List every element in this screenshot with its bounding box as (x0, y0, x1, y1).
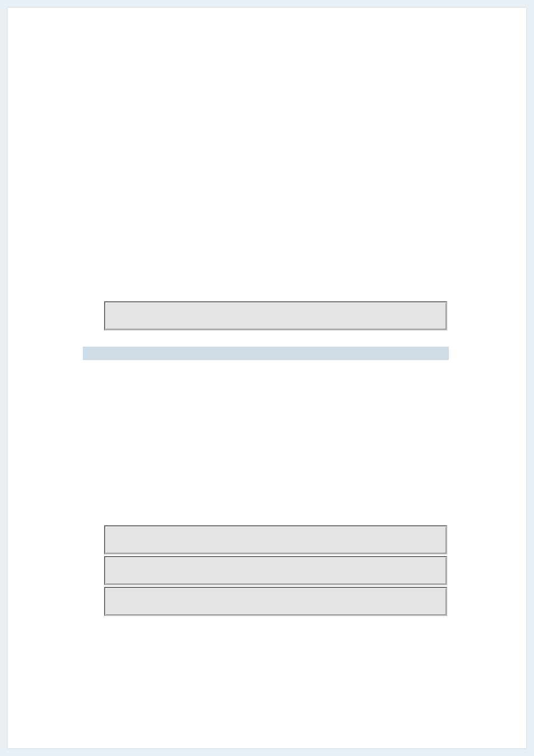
table-row (104, 587, 447, 616)
table-row (104, 525, 447, 554)
input-box-single (104, 301, 447, 330)
table-row (104, 556, 447, 585)
document-page (8, 8, 526, 748)
table-container (104, 525, 447, 618)
highlight-strip (83, 347, 449, 360)
